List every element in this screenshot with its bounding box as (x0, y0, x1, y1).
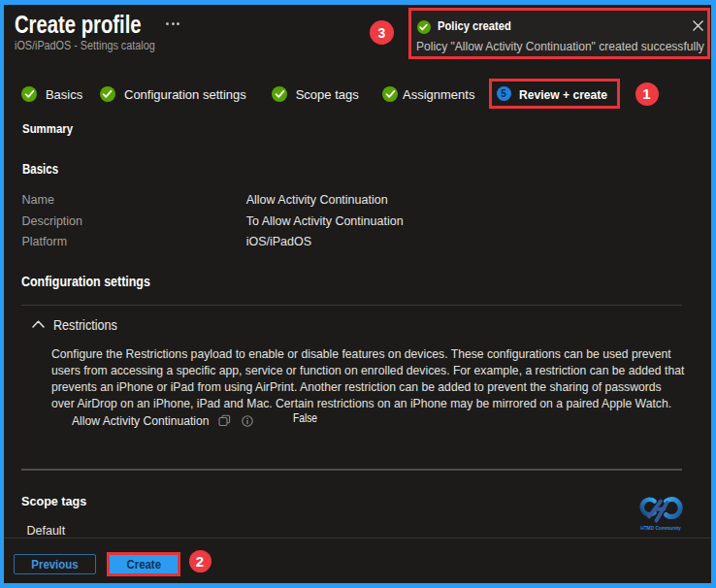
svg-text:HTMD Community: HTMD Community (640, 526, 681, 531)
